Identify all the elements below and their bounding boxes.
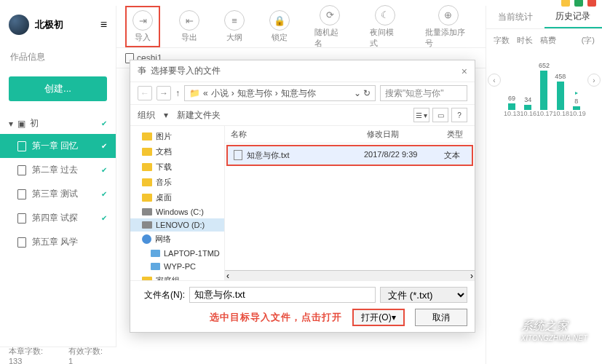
tree-item-label: LENOVO (D:) <box>156 221 205 229</box>
unit-label: (字) <box>582 35 595 46</box>
toolbar-import[interactable]: ⇥ 导入 <box>125 6 160 47</box>
tree-item[interactable]: WYP-PC <box>130 260 224 273</box>
dialog-close-button[interactable]: × <box>462 66 467 77</box>
filename-input[interactable] <box>189 287 376 303</box>
col-fee[interactable]: 稿费 <box>540 35 556 46</box>
chart-next-button[interactable]: › <box>587 74 601 87</box>
filetype-select[interactable]: 文件 (*.txt) <box>380 287 467 303</box>
toolbar-lock[interactable]: 🔒 锁定 <box>264 7 296 46</box>
help-button[interactable]: ? <box>451 108 467 122</box>
tree-item-label: WYP-PC <box>164 262 196 271</box>
plus-icon: ⊕ <box>438 5 459 25</box>
watermark-url: XITONGZHIJIA.NET <box>521 334 588 342</box>
sidebar: 北极初 ≡ 作品信息 创建... ▾ ▣ 初 ✔ 第一章 回忆 ✔ 第二章 过去… <box>0 6 116 364</box>
col-header-date[interactable]: 修改日期 <box>367 129 447 140</box>
open-button[interactable]: 打开(O) ▾ <box>352 309 405 326</box>
chart-bar[interactable] <box>524 105 531 110</box>
nav-back-button[interactable]: ← <box>138 86 152 100</box>
folder-icon: 📁 <box>189 88 200 98</box>
toolbar-outline[interactable]: ≡ 大纲 <box>218 7 250 46</box>
document-icon <box>17 189 26 199</box>
toolbar-export[interactable]: ⇤ 导出 <box>173 7 205 46</box>
path-seg[interactable]: 知意与你 <box>237 87 272 100</box>
view-button[interactable]: ☰ ▾ <box>413 108 429 122</box>
check-icon: ✔ <box>101 190 107 198</box>
tree-item-label: 桌面 <box>156 192 172 203</box>
file-row[interactable]: 知意与你.txt 2017/8/22 9:39 文本 <box>226 145 473 166</box>
create-button[interactable]: 创建... <box>9 76 107 101</box>
chapter-item-5[interactable]: 第五章 风学 <box>0 230 116 254</box>
moon-icon: ☾ <box>375 5 395 25</box>
toolbar: ⇥ 导入 ⇤ 导出 ≡ 大纲 🔒 锁定 ⟳ 随机起名 ☾ 夜间模式 <box>116 6 486 48</box>
pc-icon <box>151 263 160 270</box>
tree-item[interactable]: 音乐 <box>130 175 224 190</box>
tree-root[interactable]: ▾ ▣ 初 ✔ <box>0 113 116 134</box>
search-input[interactable]: 搜索"知意与你" <box>380 85 467 101</box>
tree-item[interactable]: 下载 <box>130 159 224 175</box>
tree-item[interactable]: 网络 <box>130 232 224 247</box>
col-header-name[interactable]: 名称 <box>231 129 367 140</box>
toolbar-label: 随机起名 <box>314 27 345 49</box>
organize-menu[interactable]: 组织 <box>138 109 155 122</box>
valid-word-count: 有效字数: 1 <box>68 346 108 364</box>
works-info-label[interactable]: 作品信息 <box>0 44 116 71</box>
path-seg[interactable]: 知意与你 <box>281 87 316 100</box>
hamburger-icon[interactable]: ≡ <box>100 18 107 31</box>
document-icon <box>17 213 26 223</box>
history-chart: ‹ › 6934652458▸8 10.1310.1610.1710.1810.… <box>486 52 602 124</box>
nav-forward-button[interactable]: → <box>157 86 171 100</box>
toolbar-label: 夜间模式 <box>370 27 400 49</box>
chart-bar[interactable] <box>540 71 547 110</box>
file-name: 知意与你.txt <box>247 150 364 161</box>
tree-item[interactable]: Windows (C:) <box>130 205 224 218</box>
folder-tree: 图片文档下载音乐桌面Windows (C:)LENOVO (D:)网络LAPTO… <box>130 126 225 280</box>
tab-history[interactable]: 历史记录 <box>544 6 603 28</box>
watermark: 系统之家 XITONGZHIJIA.NET <box>489 319 588 342</box>
chapter-label: 第二章 过去 <box>32 164 78 176</box>
tree-item[interactable]: 图片 <box>130 129 224 144</box>
col-words[interactable]: 字数 <box>494 35 510 46</box>
bar-value: 458 <box>555 73 566 80</box>
preview-button[interactable]: ▭ <box>432 108 448 122</box>
folder-icon <box>142 148 152 156</box>
tree-item-label: 图片 <box>156 131 172 142</box>
chapter-label: 第五章 风学 <box>32 236 78 248</box>
breadcrumb[interactable]: 📁 « 小说› 知意与你› 知意与你 ⌄ ↻ <box>184 85 376 101</box>
file-type: 文本 <box>444 150 466 161</box>
bar-category: 10.16 <box>520 110 537 117</box>
chapter-item-3[interactable]: 第三章 测试 ✔ <box>0 182 116 206</box>
nav-up-button[interactable]: ↑ <box>175 88 180 98</box>
tree-item[interactable]: 家庭组 <box>130 273 224 280</box>
chart-prev-button[interactable]: ‹ <box>488 74 501 87</box>
toolbar-label: 批量添加序号 <box>425 27 471 49</box>
text-file-icon <box>234 150 242 160</box>
toolbar-label: 锁定 <box>272 32 288 43</box>
avatar[interactable] <box>9 15 29 35</box>
check-icon: ✔ <box>101 142 107 150</box>
toolbar-night-mode[interactable]: ☾ 夜间模式 <box>364 2 406 52</box>
tree-item-label: 音乐 <box>156 177 172 188</box>
tree-item[interactable]: LENOVO (D:) <box>130 218 224 232</box>
toolbar-random-name[interactable]: ⟳ 随机起名 <box>309 2 351 52</box>
tree-item[interactable]: 文档 <box>130 144 224 159</box>
app-icon: 亊 <box>138 65 146 77</box>
document-icon <box>17 165 26 175</box>
chapter-item-1[interactable]: 第一章 回忆 ✔ <box>0 134 116 158</box>
col-time[interactable]: 时长 <box>517 35 533 46</box>
chart-bar[interactable] <box>557 82 564 110</box>
chapter-item-2[interactable]: 第二章 过去 ✔ <box>0 158 116 182</box>
col-header-type[interactable]: 类型 <box>447 129 469 140</box>
chapter-item-4[interactable]: 第四章 试探 ✔ <box>0 206 116 230</box>
tree-item[interactable]: 桌面 <box>130 190 224 205</box>
horizontal-scrollbar[interactable]: ‹› <box>225 270 475 280</box>
export-icon: ⇤ <box>179 10 199 31</box>
new-folder-button[interactable]: 新建文件夹 <box>177 109 221 122</box>
tab-current-stats[interactable]: 当前统计 <box>486 6 544 28</box>
bar-value: 652 <box>539 62 550 69</box>
cancel-button[interactable]: 取消 <box>415 309 467 326</box>
toolbar-batch-number[interactable]: ⊕ 批量添加序号 <box>419 2 477 52</box>
tree-item[interactable]: LAPTOP-1TMD <box>130 247 224 260</box>
path-seg[interactable]: 小说 <box>211 87 229 100</box>
username: 北极初 <box>35 18 63 31</box>
chart-bar[interactable] <box>508 103 515 110</box>
